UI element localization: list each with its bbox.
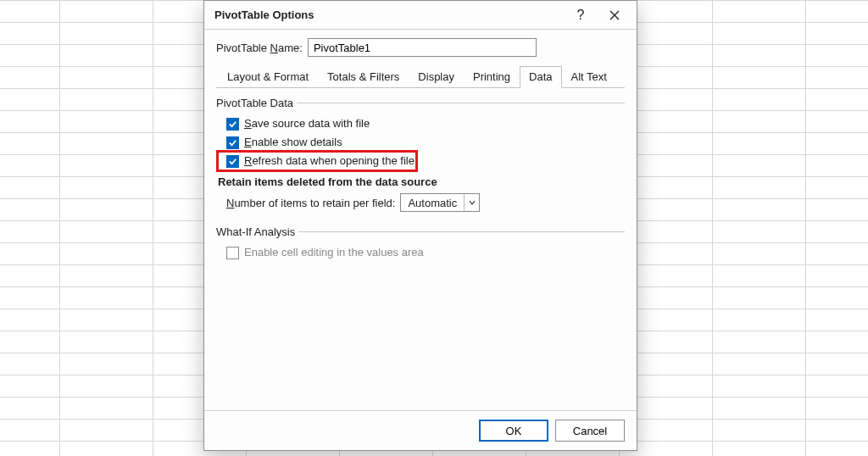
help-button[interactable]: ? [564, 3, 598, 27]
group-pivottable-data: PivotTable Data Save source data with fi… [216, 97, 625, 217]
select-retain-items-value: Automatic [401, 197, 464, 209]
tab-data[interactable]: Data [520, 66, 561, 88]
checkbox-refresh-on-open[interactable] [226, 155, 239, 168]
close-icon [609, 10, 620, 20]
tab-totals-filters[interactable]: Totals & Filters [318, 66, 409, 88]
row-enable-cell-editing: Enable cell editing in the values area [218, 243, 623, 262]
tab-display[interactable]: Display [409, 66, 464, 88]
row-save-source-data: Save source data with file [218, 114, 623, 133]
tab-strip: Layout & Format Totals & Filters Display… [216, 65, 625, 88]
ok-button[interactable]: OK [479, 420, 548, 442]
dialog-footer: OK Cancel [204, 410, 637, 450]
group-whatif: What-If Analysis Enable cell editing in … [216, 225, 625, 265]
pivottable-name-input[interactable] [308, 38, 537, 57]
checkbox-enable-cell-editing [226, 247, 239, 259]
row-retain-items: Number of items to retain per field: Aut… [218, 192, 623, 214]
name-row: PivotTable Name: [216, 38, 625, 57]
check-icon [228, 120, 237, 129]
label-enable-cell-editing: Enable cell editing in the values area [244, 245, 424, 260]
close-button[interactable] [598, 3, 632, 27]
tab-printing[interactable]: Printing [464, 66, 520, 88]
select-retain-items-button[interactable] [464, 194, 479, 211]
tab-alt-text[interactable]: Alt Text [562, 66, 616, 88]
check-icon [228, 138, 237, 147]
label-save-source-data: Save source data with file [244, 116, 370, 131]
select-retain-items[interactable]: Automatic [400, 193, 480, 212]
label-refresh-on-open: Refresh data when opening the file [244, 153, 415, 169]
label-retain-items: Number of items to retain per field: [226, 197, 395, 209]
dialog-title: PivotTable Options [214, 8, 564, 21]
row-enable-show-details: Enable show details [218, 133, 623, 152]
group-whatif-legend: What-If Analysis [216, 225, 298, 238]
check-icon [228, 157, 237, 166]
tab-layout-format[interactable]: Layout & Format [218, 66, 318, 88]
retain-heading: Retain items deleted from the data sourc… [218, 170, 623, 192]
checkbox-enable-show-details[interactable] [226, 136, 239, 149]
cancel-button[interactable]: Cancel [555, 420, 625, 442]
title-bar: PivotTable Options ? [204, 1, 637, 30]
dialog-body: PivotTable Name: Layout & Format Totals … [204, 30, 637, 410]
group-pivottable-data-legend: PivotTable Data [216, 97, 297, 109]
chevron-down-icon [469, 199, 476, 206]
name-label: PivotTable Name: [216, 42, 303, 54]
row-refresh-on-open: Refresh data when opening the file [218, 152, 416, 170]
label-enable-show-details: Enable show details [244, 135, 342, 150]
checkbox-save-source-data[interactable] [226, 118, 239, 131]
pivottable-options-dialog: PivotTable Options ? PivotTable Name: La… [203, 0, 637, 451]
